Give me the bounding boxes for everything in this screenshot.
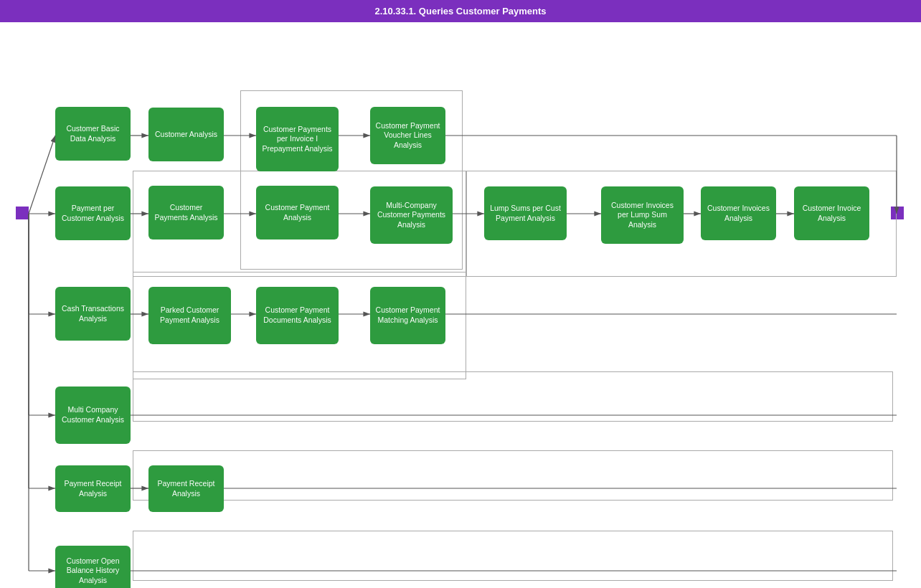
node-customer-payment-voucher-lines[interactable]: Customer Payment Voucher Lines Analysis	[370, 107, 445, 164]
node-customer-open-balance-history[interactable]: Customer Open Balance History Analysis	[55, 546, 131, 588]
node-customer-payments-per-invoice[interactable]: Customer Payments per Invoice I Prepayme…	[256, 107, 339, 171]
node-multi-company-customer-payments[interactable]: Multi-Company Customer Payments Analysis	[370, 186, 453, 244]
header-title: 2.10.33.1. Queries Customer Payments	[374, 6, 546, 16]
purple-left	[16, 207, 29, 219]
node-customer-invoices-per-lump-sum[interactable]: Customer Invoices per Lump Sum Analysis	[601, 186, 684, 244]
node-lump-sums-per-cust-payment[interactable]: Lump Sums per Cust Payment Analysis	[484, 186, 567, 240]
node-customer-basic-data[interactable]: Customer Basic Data Analysis	[55, 107, 131, 161]
node-customer-payments-analysis[interactable]: Customer Payments Analysis	[148, 186, 224, 240]
group-payment-receipt	[133, 450, 893, 501]
group-openbal	[133, 531, 893, 581]
node-customer-payment-matching[interactable]: Customer Payment Matching Analysis	[370, 287, 445, 344]
node-customer-invoice-analysis[interactable]: Customer Invoice Analysis	[794, 186, 869, 240]
header: 2.10.33.1. Queries Customer Payments	[0, 0, 921, 22]
group-multicomp	[133, 371, 893, 422]
node-multi-company-customer[interactable]: Multi Company Customer Analysis	[55, 387, 131, 444]
node-payment-receipt-2[interactable]: Payment Receipt Analysis	[148, 465, 224, 512]
node-cash-transactions-analysis[interactable]: Cash Transactions Analysis	[55, 287, 131, 341]
node-payment-receipt-1[interactable]: Payment Receipt Analysis	[55, 465, 131, 512]
node-customer-payment-documents[interactable]: Customer Payment Documents Analysis	[256, 287, 339, 344]
node-payment-per-customer[interactable]: Payment per Customer Analysis	[55, 186, 131, 240]
node-customer-analysis[interactable]: Customer Analysis	[148, 108, 224, 161]
node-customer-payment-analysis[interactable]: Customer Payment Analysis	[256, 186, 339, 240]
svg-line-1	[29, 136, 55, 214]
node-customer-invoices-analysis[interactable]: Customer Invoices Analysis	[701, 186, 776, 240]
diagram-area: Customer Basic Data Analysis Customer An…	[0, 22, 921, 582]
node-parked-customer-payment[interactable]: Parked Customer Payment Analysis	[148, 287, 231, 344]
